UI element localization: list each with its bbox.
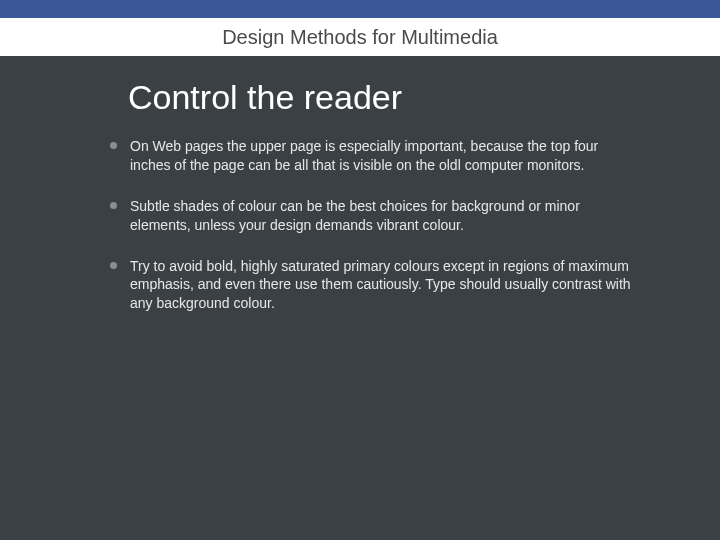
header-strip: Design Methods for Multimedia: [0, 18, 720, 56]
list-item: Subtle shades of colour can be the best …: [110, 197, 640, 235]
bullet-list: On Web pages the upper page is especiall…: [110, 137, 640, 313]
top-accent-bar: [0, 0, 720, 18]
list-item: On Web pages the upper page is especiall…: [110, 137, 640, 175]
slide-content: Control the reader On Web pages the uppe…: [0, 56, 720, 313]
list-item: Try to avoid bold, highly saturated prim…: [110, 257, 640, 314]
slide-title: Control the reader: [128, 78, 640, 117]
header-title: Design Methods for Multimedia: [222, 26, 498, 49]
